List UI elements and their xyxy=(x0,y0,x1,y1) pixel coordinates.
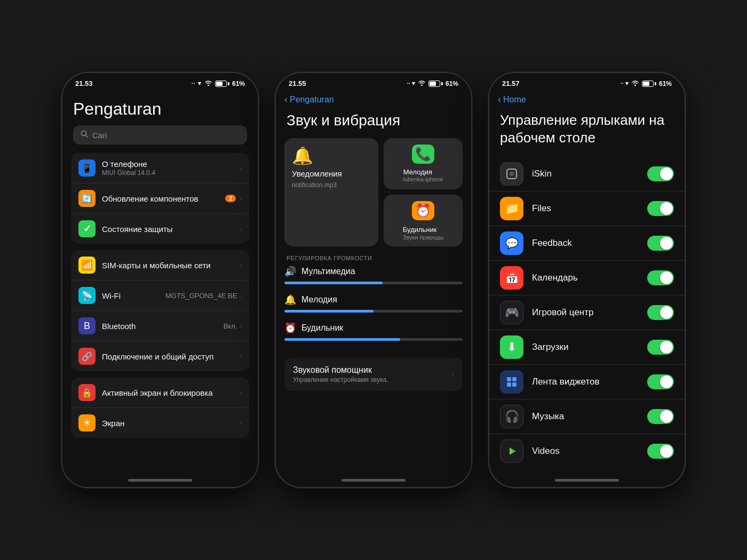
list-item-widget-feed[interactable]: Лента виджетов xyxy=(489,365,685,399)
volume-section: 🔊 Мультимедиа 🔔 Мелодия xyxy=(276,266,471,350)
calendar-icon: 📅 xyxy=(500,266,523,290)
sim-label: SIM-карты и мобильные сети xyxy=(102,261,239,270)
chevron-bluetooth: › xyxy=(239,322,242,330)
settings-item-components[interactable]: 🔄 Обновление компонентов 2 › xyxy=(71,183,249,214)
videos-icon xyxy=(500,439,523,463)
bluetooth-text: Bluetooth xyxy=(102,322,224,331)
display-text: Экран xyxy=(102,419,239,428)
iskin-toggle[interactable] xyxy=(647,166,674,181)
status-right-2: ·· ▾ 61% xyxy=(407,79,458,87)
settings-item-lockscreen[interactable]: 🔒 Активный экран и блокировка › xyxy=(71,378,249,408)
volume-media: 🔊 Мультимедиа xyxy=(284,266,463,284)
list-item-feedback[interactable]: 💬 Feedback xyxy=(489,226,685,261)
notification-sublabel: notification.mp3 xyxy=(292,181,371,189)
back-button-3[interactable]: ‹ Home xyxy=(489,91,685,109)
videos-toggle[interactable] xyxy=(647,444,674,459)
status-bar-2: 21.55 ·· ▾ 61% xyxy=(276,73,471,91)
components-icon: 🔄 xyxy=(78,190,96,207)
media-volume-slider[interactable] xyxy=(284,282,463,284)
list-item-calendar[interactable]: 📅 Календарь xyxy=(489,261,685,295)
ringtone-volume-slider[interactable] xyxy=(284,310,463,313)
settings-item-sim[interactable]: 📶 SIM-карты и мобильные сети › xyxy=(71,250,249,281)
iskin-name: iSkin xyxy=(532,169,647,179)
phones-container: 21.53 ·· ▾ 61% Pengaturan xyxy=(0,0,747,560)
battery-pct-2: 61% xyxy=(446,80,458,87)
sound-assistant-chevron: › xyxy=(451,369,454,380)
connection-text: Подключение и общий доступ xyxy=(102,352,239,361)
feedback-toggle[interactable] xyxy=(647,236,674,251)
time-2: 21.55 xyxy=(289,79,306,87)
back-button-2[interactable]: ‹ Pengaturan xyxy=(276,91,471,109)
files-name: Files xyxy=(532,203,647,214)
phone-1: 21.53 ·· ▾ 61% Pengaturan xyxy=(61,72,259,488)
sound-assistant-label: Звуковой помощник xyxy=(293,365,388,375)
components-badge: 2 xyxy=(225,195,236,202)
alarm-volume-slider[interactable] xyxy=(284,338,463,341)
downloads-toggle[interactable] xyxy=(647,340,674,355)
bluetooth-label: Bluetooth xyxy=(102,322,224,331)
list-item-iskin[interactable]: iSkin xyxy=(489,157,685,191)
list-item-videos[interactable]: Videos xyxy=(489,434,685,468)
list-item-game-center[interactable]: 🎮 Игровой центр xyxy=(489,295,685,330)
settings-group-3: 🔒 Активный экран и блокировка › ☀ Экран … xyxy=(71,378,249,438)
search-bar[interactable]: Cari xyxy=(73,125,247,145)
battery-pct-1: 61% xyxy=(232,80,245,87)
chevron-wifi: › xyxy=(239,291,242,300)
sound-cards-row: 🔔 Уведомления notification.mp3 📞 Мелодия… xyxy=(276,138,471,255)
list-item-files[interactable]: 📁 Files xyxy=(489,191,685,226)
calendar-toggle[interactable] xyxy=(647,270,674,285)
protection-label: Состояние защиты xyxy=(102,225,239,234)
list-item-music[interactable]: 🎧 Музыка xyxy=(489,399,685,434)
settings-group-2: 📶 SIM-карты и мобильные сети › 📡 Wi-Fi M… xyxy=(71,250,249,371)
settings-item-phone-info[interactable]: 📱 О телефоне MIUI Global 14.0.4 › xyxy=(71,153,249,183)
notification-card[interactable]: 🔔 Уведомления notification.mp3 xyxy=(284,138,378,246)
feedback-name: Feedback xyxy=(532,238,647,249)
chevron-lockscreen: › xyxy=(239,388,242,397)
wifi-value: MGTS_GPON5_4E BE xyxy=(165,292,237,300)
search-placeholder: Cari xyxy=(92,131,107,140)
widget-feed-toggle[interactable] xyxy=(647,374,674,389)
game-center-toggle[interactable] xyxy=(647,305,674,320)
signal-icon-2: ·· ▾ xyxy=(407,80,415,87)
status-right-3: ·· ▾ 61% xyxy=(621,79,672,87)
wifi-icon-1 xyxy=(204,79,212,87)
components-text: Обновление компонентов xyxy=(102,194,225,203)
music-toggle[interactable] xyxy=(647,409,674,424)
settings-item-bluetooth[interactable]: B Bluetooth Вкл. › xyxy=(71,311,249,341)
signal-icon-3: ·· ▾ xyxy=(621,80,629,87)
phone3-screen: ‹ Home Управление ярлыками на рабочем ст… xyxy=(489,91,685,475)
settings-item-wifi[interactable]: 📡 Wi-Fi MGTS_GPON5_4E BE › xyxy=(71,281,249,311)
status-right-1: ·· ▾ 61% xyxy=(192,79,245,87)
alarm-sublabel: Звуки природы xyxy=(403,234,443,241)
melody-card[interactable]: 📞 Мелодия lubimka-iphone xyxy=(384,138,463,190)
files-toggle[interactable] xyxy=(647,201,674,216)
settings-group-1: 📱 О телефоне MIUI Global 14.0.4 › 🔄 Обно… xyxy=(71,153,249,244)
alarm-volume-label: Будильник xyxy=(301,323,343,333)
list-item-downloads[interactable]: ⬇ Загрузки xyxy=(489,330,685,365)
widget-feed-name: Лента виджетов xyxy=(532,377,647,387)
lockscreen-text: Активный экран и блокировка xyxy=(102,388,239,397)
volume-ringtone: 🔔 Мелодия xyxy=(284,294,463,313)
wifi-text: Wi-Fi xyxy=(102,291,165,300)
svg-line-1 xyxy=(86,135,88,138)
settings-item-display[interactable]: ☀ Экран › xyxy=(71,408,249,438)
downloads-name: Загрузки xyxy=(532,342,647,353)
chevron-icon: › xyxy=(239,164,242,172)
back-chevron-2: ‹ xyxy=(284,94,288,105)
phone1-title: Pengaturan xyxy=(62,91,258,125)
downloads-icon: ⬇ xyxy=(500,335,523,359)
sound-assistant-button[interactable]: Звуковой помощник Управление настройками… xyxy=(284,358,463,391)
music-name: Музыка xyxy=(532,411,647,422)
time-1: 21.53 xyxy=(75,79,93,87)
melody-icon: 📞 xyxy=(412,145,434,164)
display-icon: ☀ xyxy=(78,414,96,431)
settings-item-protection[interactable]: ✓ Состояние защиты › xyxy=(71,214,249,244)
phone-info-value: MIUI Global 14.0.4 xyxy=(102,169,239,177)
widget-feed-icon xyxy=(500,370,523,394)
settings-item-connection[interactable]: 🔗 Подключение и общий доступ › xyxy=(71,341,249,371)
alarm-label: Будильник xyxy=(403,226,437,234)
alarm-card[interactable]: ⏰ Будильник Звуки природы xyxy=(384,195,463,246)
svg-point-3 xyxy=(510,172,514,176)
battery-icon-3 xyxy=(642,81,656,87)
chevron-icon-3: › xyxy=(239,225,242,233)
